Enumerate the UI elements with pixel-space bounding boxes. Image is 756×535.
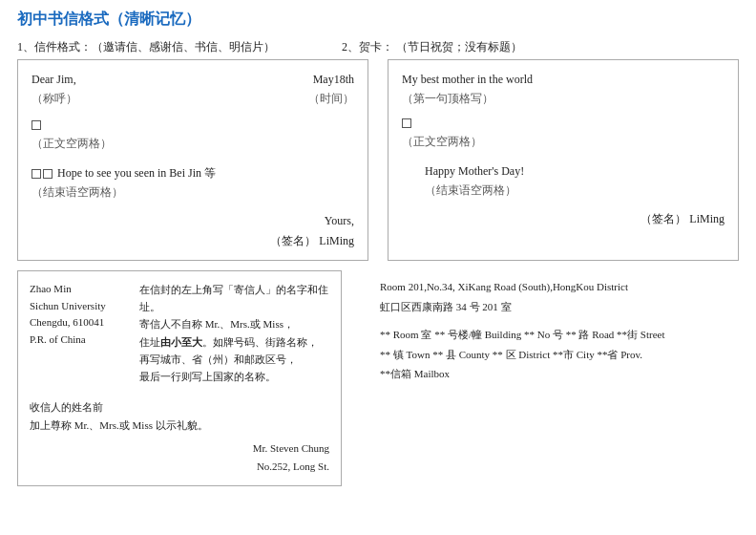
- sender-line2: Sichun University: [30, 298, 135, 315]
- postcard-square: [402, 118, 411, 128]
- page-title: 初中书信格式（清晰记忆）: [17, 10, 739, 30]
- letter-closing: Yours,: [32, 211, 354, 230]
- postcard-greeting: Happy Mother's Day!: [425, 161, 724, 181]
- envelope-right: 在信封的左上角写「寄信人」的名字和住址。 寄信人不自称 Mr.、Mrs.或 Mi…: [139, 281, 329, 385]
- letter-salutation-note: （称呼）: [32, 89, 77, 108]
- vocab-row2: ** 镇 Town ** 县 County ** 区 District **市 …: [380, 345, 739, 365]
- address-example-line2: 虹口区西康南路 34 号 201 室: [380, 298, 739, 316]
- receiver-title: 收信人的姓名前: [30, 398, 329, 417]
- letter-body-note: （结束语空两格）: [32, 185, 123, 199]
- section1-label: 1、信件格式：（邀请信、感谢信、书信、明信片）: [17, 39, 275, 55]
- receiver-note: 加上尊称 Mr.、Mrs.或 Miss 以示礼貌。: [30, 417, 329, 435]
- sender-line4: P.R. of China: [30, 332, 135, 349]
- indent-square1: [32, 120, 41, 130]
- envelope-note4: 最后一行则写上国家的名称。: [139, 368, 329, 385]
- letter-square-note: （正文空两格）: [32, 137, 112, 150]
- letter-salutation: Dear Jim,: [32, 70, 76, 89]
- envelope-note-title: 在信封的左上角写「寄信人」的名字和住址。: [139, 281, 329, 315]
- postcard-line1: My best mother in the world: [402, 70, 724, 89]
- letter-date-note: （时间）: [308, 89, 354, 108]
- address-info: Room 201,No.34, XiKang Road (South),Hong…: [361, 270, 739, 486]
- letter-date: May18th: [313, 70, 354, 89]
- letter-body-line: Hope to see you seen in Bei Jin 等: [57, 166, 216, 180]
- postcard-box: My best mother in the world （第一句顶格写） （正文…: [388, 59, 739, 261]
- envelope-note3: 再写城市、省（州）和邮政区号，: [139, 351, 329, 368]
- receiver-addr: No.252, Long St.: [30, 458, 329, 476]
- sender-line3: Chengdu, 610041: [30, 314, 135, 332]
- envelope-note2-bold: 由小至大: [160, 336, 202, 348]
- section2-label: 2、贺卡： （节日祝贺；没有标题）: [342, 39, 522, 55]
- postcard-greeting-note: （结束语空两格）: [425, 181, 724, 200]
- envelope-box: Zhao Min Sichun University Chengdu, 6100…: [17, 270, 342, 486]
- vocab-row3: **信箱 Mailbox: [380, 364, 739, 384]
- postcard-signature: （签名） LiMing: [640, 212, 724, 225]
- indent-squares: [32, 166, 57, 180]
- envelope-left: Zhao Min Sichun University Chengdu, 6100…: [30, 281, 135, 348]
- letter-box: Dear Jim, May18th （称呼） （时间） （正文空两格） Hope…: [17, 59, 368, 261]
- address-example-line1: Room 201,No.34, XiKang Road (South),Hong…: [380, 278, 739, 296]
- postcard-line1-note: （第一句顶格写）: [402, 89, 724, 108]
- vocab-grid: ** Room 室 ** 号楼/幢 Building ** No 号 ** 路 …: [380, 325, 739, 385]
- postcard-square-note: （正文空两格）: [402, 135, 482, 148]
- letter-signature: （签名） LiMing: [32, 231, 354, 250]
- receiver-name: Mr. Steven Chung: [30, 439, 329, 458]
- envelope-note2: 住址由小至大。如牌号码、街路名称，: [139, 333, 329, 351]
- vocab-row1: ** Room 室 ** 号楼/幢 Building ** No 号 ** 路 …: [380, 325, 739, 345]
- envelope-note1: 寄信人不自称 Mr.、Mrs.或 Miss，: [139, 315, 329, 332]
- sender-name: Zhao Min: [30, 281, 135, 298]
